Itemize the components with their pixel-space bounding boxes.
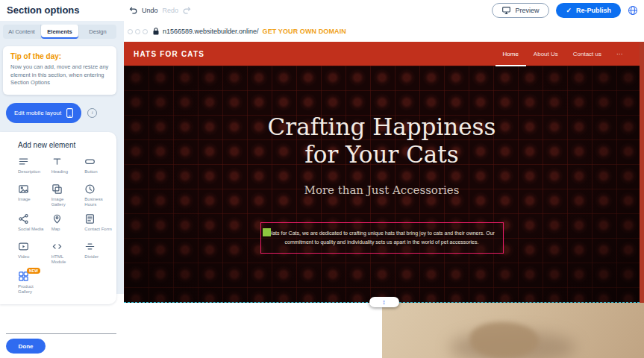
check-icon: ✓ — [566, 7, 572, 14]
edit-mobile-label: Edit mobile layout — [14, 110, 61, 116]
share-icon — [18, 213, 29, 224]
heading-icon — [51, 156, 63, 167]
element-label: Image Gallery — [51, 197, 79, 208]
add-element-html-module[interactable]: HTML Module — [46, 241, 79, 266]
hero-paragraph: Hats for Cats, we are dedicated to craft… — [269, 230, 495, 245]
selected-text-element[interactable]: Hats for Cats, we are dedicated to craft… — [260, 222, 504, 254]
history-controls: Undo Redo — [128, 0, 192, 21]
add-element-image-gallery[interactable]: Image Gallery — [46, 183, 79, 208]
tip-card: Tip of the day: Now you can add, move an… — [3, 46, 116, 95]
redo-icon[interactable] — [183, 7, 192, 14]
element-label: Social Media — [18, 227, 43, 233]
text-lines-icon — [18, 156, 29, 167]
hero-section[interactable]: Crafting Happiness for Your Cats More th… — [124, 66, 640, 303]
nav-more-icon[interactable]: ⋯ — [609, 42, 630, 66]
lock-icon — [153, 28, 159, 35]
element-label: Product Gallery — [18, 284, 46, 295]
add-element-contact-form[interactable]: Contact Form — [78, 213, 112, 236]
element-label: Business Hours — [84, 197, 112, 208]
cat-shape — [470, 322, 539, 358]
globe-icon[interactable] — [628, 5, 638, 16]
browser-dot — [128, 29, 133, 34]
sidebar-panel: AI Content Elements Design Tip of the da… — [0, 21, 124, 294]
edit-mobile-layout-button[interactable]: Edit mobile layout — [6, 103, 81, 123]
element-label: Contact Form — [84, 227, 111, 233]
browser-dot — [135, 29, 140, 34]
add-element-video[interactable]: Video — [12, 241, 46, 266]
form-icon — [84, 213, 96, 224]
hero-heading[interactable]: Crafting Happiness for Your Cats — [255, 66, 509, 169]
site-nav: Home About Us Contact us ⋯ — [495, 42, 631, 66]
add-element-panel: Add new element Description Heading Butt… — [0, 132, 116, 304]
site-header: HATS FOR CATS Home About Us Contact us ⋯ — [124, 42, 640, 66]
element-label: Heading — [51, 169, 68, 175]
browser-bar: n1566589.websitebuilder.online/ GET YOUR… — [124, 21, 644, 42]
page-title: Section options — [7, 4, 80, 16]
element-label: Button — [84, 169, 97, 175]
add-element-social-media[interactable]: Social Media — [12, 213, 46, 236]
get-domain-link[interactable]: GET YOUR OWN DOMAIN — [263, 28, 346, 35]
element-label: Image — [18, 197, 31, 203]
clock-icon — [84, 183, 96, 195]
sidebar: AI Content Elements Design Tip of the da… — [0, 21, 124, 358]
preview-label: Preview — [515, 7, 539, 14]
republish-button[interactable]: ✓ Re-Publish — [556, 3, 621, 18]
element-label: Map — [51, 227, 60, 233]
done-button[interactable]: Done — [6, 339, 46, 354]
browser-dots — [128, 29, 148, 34]
redo-label[interactable]: Redo — [163, 7, 179, 14]
image-icon — [18, 183, 29, 195]
hero-subheading[interactable]: More than Just Accessories — [124, 183, 640, 197]
add-element-business-hours[interactable]: Business Hours — [78, 183, 112, 208]
element-label: HTML Module — [51, 254, 79, 266]
add-element-description[interactable]: Description — [12, 156, 46, 178]
undo-label[interactable]: Undo — [142, 7, 158, 14]
drag-handle[interactable] — [263, 228, 271, 236]
info-icon[interactable]: i — [87, 108, 97, 118]
topbar: Section options Undo Redo Preview ✓ Re-P… — [0, 0, 644, 21]
browser-dot — [143, 29, 148, 34]
monitor-icon — [502, 7, 510, 14]
element-grid: Description Heading Button Image Image G… — [12, 156, 112, 295]
phone-icon — [66, 108, 73, 118]
video-icon — [18, 241, 29, 252]
nav-contact-us[interactable]: Contact us — [566, 42, 609, 66]
republish-label: Re-Publish — [576, 7, 611, 14]
element-label: Divider — [84, 254, 99, 260]
add-panel-title: Add new element — [18, 141, 112, 149]
add-element-image[interactable]: Image — [12, 183, 46, 208]
resize-arrows-icon: ↕ — [382, 298, 386, 306]
code-icon — [51, 241, 63, 252]
map-pin-icon — [51, 213, 63, 224]
next-section-image[interactable] — [382, 303, 644, 358]
undo-icon[interactable] — [128, 7, 137, 14]
button-icon — [84, 156, 96, 167]
nav-about-us[interactable]: About Us — [526, 42, 566, 66]
divider-icon — [84, 241, 96, 252]
tab-design[interactable]: Design — [79, 25, 116, 39]
sidebar-tabs: AI Content Elements Design — [3, 25, 116, 39]
section-resize-handle[interactable]: ↕ — [369, 297, 399, 307]
element-label: Description — [18, 169, 40, 175]
scrollbar[interactable] — [640, 42, 644, 303]
tip-title: Tip of the day: — [10, 52, 109, 60]
site-logo[interactable]: HATS FOR CATS — [134, 50, 204, 58]
add-element-heading[interactable]: Heading — [46, 156, 79, 178]
preview-button[interactable]: Preview — [492, 3, 549, 18]
add-element-product-gallery[interactable]: NEW Product Gallery — [12, 271, 46, 295]
image-gallery-icon — [51, 183, 63, 195]
add-element-divider[interactable]: Divider — [78, 241, 112, 266]
add-element-map[interactable]: Map — [46, 213, 79, 236]
nav-home[interactable]: Home — [495, 42, 526, 66]
element-label: Video — [18, 254, 29, 260]
new-badge: NEW — [27, 268, 40, 274]
editor-canvas: n1566589.websitebuilder.online/ GET YOUR… — [124, 21, 644, 358]
sidebar-divider — [6, 333, 116, 334]
tab-elements[interactable]: Elements — [41, 25, 79, 39]
mobile-layout-row: Edit mobile layout i — [6, 103, 124, 123]
tip-body: Now you can add, move and resize any ele… — [10, 63, 109, 87]
tab-ai-content[interactable]: AI Content — [3, 25, 41, 39]
site-url: n1566589.websitebuilder.online/ — [163, 28, 259, 35]
add-element-button[interactable]: Button — [78, 156, 112, 178]
topbar-actions: Preview ✓ Re-Publish — [492, 0, 638, 21]
